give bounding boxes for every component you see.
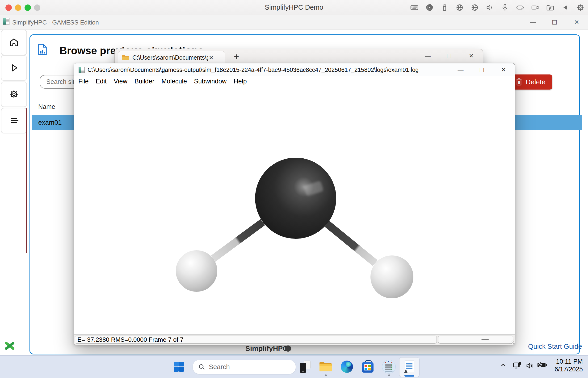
footer-brand-mark xyxy=(285,346,291,351)
row-name-cell: exam01 xyxy=(38,119,62,126)
vm-menu-bar: SimplifyHPC Demo xyxy=(0,0,588,15)
molplt-app-icon xyxy=(79,67,85,73)
video-camera-icon[interactable] xyxy=(531,3,539,12)
menu-edit[interactable]: Edit xyxy=(94,77,108,86)
taskbar-search[interactable]: Search xyxy=(193,360,296,374)
gear-icon xyxy=(9,89,19,100)
taskbar-clock[interactable]: 10:11 PM 6/17/2025 xyxy=(549,358,583,373)
tray-chevron-up-icon[interactable] xyxy=(499,361,507,369)
shared-folder-icon[interactable] xyxy=(546,3,555,12)
app-window-title: SimplifyHPC - GAMESS Edition xyxy=(12,19,99,26)
explorer-tab[interactable]: C:\Users\sarom\Documents\ga ✕ xyxy=(118,51,225,64)
simplifyhpc-logo-icon xyxy=(4,340,15,351)
status-panel-left: E=-37.2380 RMS=0.0000 Frame 7 of 7 xyxy=(75,336,437,344)
bond-left xyxy=(211,219,265,262)
quick-start-guide-link[interactable]: Quick Start Guide xyxy=(528,343,582,351)
playback-icon[interactable] xyxy=(561,3,570,12)
molecule-canvas[interactable] xyxy=(74,87,515,335)
active-app-pill xyxy=(404,375,414,377)
sidebar-item-home[interactable] xyxy=(1,30,27,55)
taskbar-search-placeholder: Search xyxy=(209,363,230,371)
menu-molecule[interactable]: Molecule xyxy=(160,77,188,86)
clock-date: 6/17/2025 xyxy=(549,365,583,373)
delete-button[interactable]: Delete xyxy=(509,74,552,90)
status-slider-dash[interactable] xyxy=(481,339,489,340)
status-text: E=-37.2380 RMS=0.0000 Frame 7 of 7 xyxy=(77,336,184,343)
cpu-icon[interactable] xyxy=(425,3,434,12)
usb-drive-icon[interactable] xyxy=(440,3,449,12)
menu-icon xyxy=(9,115,19,126)
simplifyhpc-running-dot xyxy=(388,375,390,376)
tray-battery-icon[interactable] xyxy=(537,361,547,369)
app-icon xyxy=(3,18,9,25)
explorer-new-tab-button[interactable]: + xyxy=(234,52,239,62)
delete-button-label: Delete xyxy=(526,78,545,86)
edge-icon[interactable] xyxy=(339,358,354,375)
hard-drive-icon[interactable] xyxy=(516,3,524,12)
settings-gear-icon[interactable] xyxy=(576,3,585,12)
atom-carbon[interactable] xyxy=(255,158,336,239)
sidebar-item-settings[interactable] xyxy=(1,81,27,107)
status-panel-right xyxy=(438,336,513,344)
sidebar-accent-line xyxy=(26,108,27,253)
trash-icon xyxy=(516,78,522,86)
microphone-icon[interactable] xyxy=(501,3,509,12)
app-minimize-button[interactable]: — xyxy=(528,17,538,27)
phone-link-icon[interactable] xyxy=(297,358,312,375)
folder-icon xyxy=(122,55,129,61)
menu-builder[interactable]: Builder xyxy=(133,77,156,86)
molecule-menu-bar: File Edit View Builder Molecule Subwindo… xyxy=(74,76,515,87)
tray-network-icon[interactable] xyxy=(513,361,522,370)
windows-logo-icon xyxy=(173,361,184,372)
sidebar-item-menu[interactable] xyxy=(1,108,27,133)
clock-time: 10:11 PM xyxy=(549,358,583,365)
atom-hydrogen-left[interactable] xyxy=(176,250,217,292)
explorer-close-button[interactable]: ✕ xyxy=(466,51,476,61)
explorer-minimize-button[interactable]: — xyxy=(423,51,433,61)
molecule-maximize-button[interactable]: □ xyxy=(477,65,487,75)
sidebar-item-run[interactable] xyxy=(1,55,27,81)
app-maximize-button[interactable]: □ xyxy=(549,17,560,27)
search-icon xyxy=(199,364,205,370)
start-button[interactable] xyxy=(171,358,186,375)
column-header-name[interactable]: Name xyxy=(38,103,55,110)
molecule-status-bar: E=-37.2380 RMS=0.0000 Frame 7 of 7 xyxy=(74,334,515,345)
molecule-window-title: C:\Users\sarom\Documents\gamess-output\s… xyxy=(87,67,419,73)
column-separator[interactable] xyxy=(69,100,69,115)
explorer-running-dot xyxy=(325,375,327,376)
globe-disabled-icon[interactable] xyxy=(455,3,464,12)
app-close-button[interactable]: ✕ xyxy=(571,17,582,27)
simulations-document-icon xyxy=(38,43,47,56)
menu-view[interactable]: View xyxy=(112,77,129,86)
molecule-window-title-bar[interactable]: C:\Users\sarom\Documents\gamess-output\s… xyxy=(74,63,515,76)
molecule-close-button[interactable]: ✕ xyxy=(499,65,508,75)
explorer-tab-close-icon[interactable]: ✕ xyxy=(209,54,214,61)
bond-right xyxy=(325,221,378,266)
simplifyhpc-taskbar-icon[interactable] xyxy=(381,358,396,375)
footer-brand-text: SimplifyHPC xyxy=(245,345,288,352)
microsoft-store-icon[interactable] xyxy=(360,358,375,375)
atom-hydrogen-right[interactable] xyxy=(371,256,413,298)
explorer-maximize-button[interactable]: □ xyxy=(444,51,454,61)
menu-help[interactable]: Help xyxy=(232,77,248,86)
tray-volume-icon[interactable] xyxy=(525,361,535,370)
menu-file[interactable]: File xyxy=(77,77,90,86)
app-title-bar: SimplifyHPC - GAMESS Edition — □ ✕ xyxy=(0,15,588,30)
molecule-minimize-button[interactable]: — xyxy=(456,65,466,75)
menu-subwindow[interactable]: Subwindow xyxy=(193,77,228,86)
molecule-viewer-window: C:\Users\sarom\Documents\gamess-output\s… xyxy=(74,63,515,345)
play-icon xyxy=(9,62,19,73)
home-icon xyxy=(9,37,19,48)
globe-icon[interactable] xyxy=(471,3,479,12)
file-explorer-icon[interactable] xyxy=(318,358,333,375)
molplt-taskbar-icon[interactable] xyxy=(402,358,417,375)
explorer-tab-title: C:\Users\sarom\Documents\ga xyxy=(132,54,208,61)
keyboard-icon[interactable] xyxy=(410,3,419,12)
volume-icon[interactable] xyxy=(486,3,494,12)
